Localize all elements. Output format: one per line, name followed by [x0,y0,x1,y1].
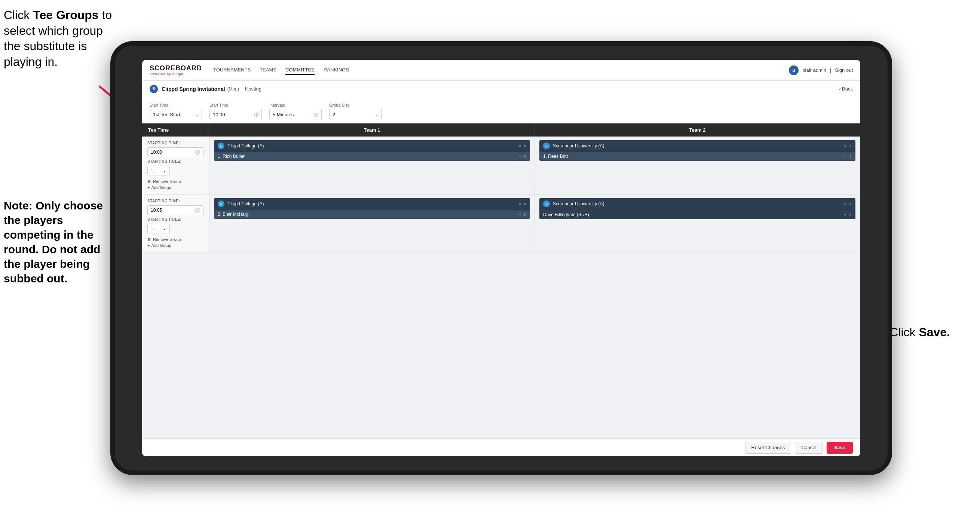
group1-team2-cell: S Scoreboard University (A) × ⇕ 1. Rees … [535,137,860,194]
team1-header-row: C Clippd College (A) × ⇕ [214,140,530,151]
team3-remove-icon[interactable]: × [519,202,521,206]
remove-group-button-2[interactable]: 🗑 Remove Group [147,237,204,242]
group1-team1-card[interactable]: C Clippd College (A) × ⇕ 1. Rich Butler [214,140,530,161]
tablet-screen: SCOREBOARD Powered by clippd TOURNAMENTS… [142,60,860,456]
starting-hole-label-2: STARTING HOLE: [147,217,204,221]
group1-time-input[interactable]: 10:00 🕐 [147,147,204,157]
intervals-input[interactable]: 5 Minutes 🕐 [269,109,322,120]
nav-logo: SCOREBOARD Powered by clippd [150,64,202,76]
group1-left: STARTING TIME: 10:00 🕐 STARTING HOLE: 1 … [142,137,210,194]
team4-controls: × ⇕ [844,202,852,206]
group2-actions: 🗑 Remove Group + Add Group [147,237,204,248]
group-size-group: Group Size 2 ⌄ [329,103,382,120]
team4-arrows-icon[interactable]: ⇕ [849,202,852,206]
nav-links: TOURNAMENTS TEAMS COMMITTEE RANKINGS [213,65,789,75]
hosting-label: Hosting [245,86,261,92]
team2-name: Scoreboard University (A) [553,143,841,148]
group2-team1-card[interactable]: C Clippd College (A) × ⇕ 2. Blair McHarg [214,198,530,219]
table-body: STARTING TIME: 10:00 🕐 STARTING HOLE: 1 … [142,137,860,438]
group-size-label: Group Size [329,103,382,107]
tablet-device: SCOREBOARD Powered by clippd TOURNAMENTS… [110,41,892,475]
remove-group-button-1[interactable]: 🗑 Remove Group [147,179,204,184]
team2-header-row: S Scoreboard University (A) × ⇕ [539,140,856,151]
chevron-down-icon: ⌄ [196,113,199,117]
group2-hole-input[interactable]: 1 ⌄ [147,224,170,233]
team3-icon: C [218,201,224,207]
player1-remove-icon[interactable]: × [519,154,521,159]
team2-header: Team 2 [535,123,860,137]
player3-controls: × ⇕ [519,212,526,217]
team3-header-row: C Clippd College (A) × ⇕ [214,198,530,209]
player3-remove-icon[interactable]: × [519,212,521,217]
team1-remove-icon[interactable]: × [519,143,521,148]
reset-changes-button[interactable]: Reset Changes [745,442,791,454]
click-save-label: Click Save. [889,325,950,339]
team1-arrows-icon[interactable]: ⇕ [523,144,526,148]
team2-remove-icon[interactable]: × [844,143,846,148]
stepper-icon-g1: ⌄ [163,168,167,173]
team2-icon: S [543,143,550,149]
back-button[interactable]: ‹ Back [839,86,853,92]
player2-controls: × ⇕ [844,154,852,159]
group1-team2-card[interactable]: S Scoreboard University (A) × ⇕ 1. Rees … [539,140,856,161]
starting-time-label-1: STARTING TIME: [147,141,204,145]
player1-controls: × ⇕ [519,154,526,159]
group1-team1-cell: C Clippd College (A) × ⇕ 1. Rich Butler [210,137,535,194]
add-group-button-1[interactable]: + Add Group [147,185,204,189]
sign-out-link[interactable]: Sign out [835,67,853,73]
trash-icon: 🗑 [147,179,151,184]
navbar: SCOREBOARD Powered by clippd TOURNAMENTS… [142,60,860,81]
player4-remove-icon[interactable]: × [844,212,846,217]
nav-rankings[interactable]: RANKINGS [323,65,349,75]
group2-team1-cell: C Clippd College (A) × ⇕ 2. Blair McHarg [210,194,535,252]
start-time-group: Start Time 10:00 🕐 [210,103,262,120]
player2-remove-icon[interactable]: × [844,154,846,159]
footer: Reset Changes Cancel Save [142,438,860,456]
table-header: Tee Time Team 1 Team 2 [142,123,860,137]
start-type-label: Start Type [150,103,202,107]
instruction-note: Note: Only choose the players competing … [4,198,112,286]
settings-row: Start Type 1st Tee Start ⌄ Start Time 10… [142,97,860,123]
team3-controls: × ⇕ [519,202,526,206]
group-size-input[interactable]: 2 ⌄ [329,109,382,120]
team3-arrows-icon[interactable]: ⇕ [523,202,526,206]
nav-teams[interactable]: TEAMS [259,65,277,75]
starting-hole-label-1: STARTING HOLE: [147,159,204,164]
start-type-input[interactable]: 1st Tee Start ⌄ [150,109,202,120]
team2-arrows-icon[interactable]: ⇕ [849,144,852,148]
group2-time-input[interactable]: 10:05 🕐 [147,205,204,215]
nav-user: B blair admin | Sign out [789,65,853,75]
player4-name: Dave Billingham (SUB) [543,212,841,217]
start-time-input[interactable]: 10:00 🕐 [210,109,262,120]
user-name: blair admin [802,67,826,73]
team4-header-row: S Scoreboard University (A) × ⇕ [539,198,856,209]
save-button[interactable]: Save [827,442,853,454]
intervals-group: Intervals 5 Minutes 🕐 [269,103,322,120]
player3-arrows-icon[interactable]: ⇕ [523,212,526,217]
player4-arrows-icon[interactable]: ⇕ [849,213,852,217]
group1-actions: 🗑 Remove Group + Add Group [147,179,204,189]
start-time-label: Start Time [210,103,262,107]
sub-header: B Clippd Spring Invitational (Men) Hosti… [142,81,860,97]
player2-arrows-icon[interactable]: ⇕ [849,154,852,159]
add-group-button-2[interactable]: + Add Group [147,243,204,248]
player3-name: 2. Blair McHarg [218,212,516,217]
group1-hole-input[interactable]: 1 ⌄ [147,166,170,175]
table-row: STARTING TIME: 10:00 🕐 STARTING HOLE: 1 … [142,137,860,194]
start-type-group: Start Type 1st Tee Start ⌄ [150,103,202,120]
instruction-main: Click Tee Groups to select which group t… [4,8,112,70]
chevron-down-icon-2: ⌄ [375,113,378,117]
player1-name: 1. Rich Butler [218,154,516,159]
tournament-icon: B [150,85,158,93]
cancel-button[interactable]: Cancel [795,442,822,454]
team4-icon: S [543,201,550,207]
intervals-label: Intervals [269,103,322,107]
group2-team2-card[interactable]: S Scoreboard University (A) × ⇕ Dave Bil… [539,198,856,219]
nav-tournaments[interactable]: TOURNAMENTS [213,65,251,75]
team4-remove-icon[interactable]: × [844,202,846,206]
group2-left: STARTING TIME: 10:05 🕐 STARTING HOLE: 1 … [142,194,210,252]
nav-committee[interactable]: COMMITTEE [285,65,315,75]
stepper-icon-g2: ⌄ [163,226,167,231]
player4-controls: × ⇕ [844,212,852,217]
player1-arrows-icon[interactable]: ⇕ [523,154,526,159]
